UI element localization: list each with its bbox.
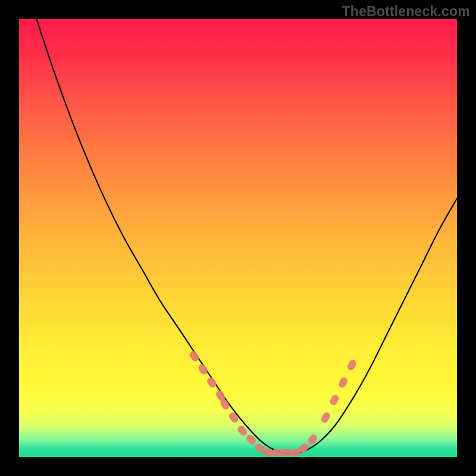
curve-marker xyxy=(320,411,331,424)
curve-marker xyxy=(228,411,240,424)
curve-marker xyxy=(188,350,200,363)
curve-marker xyxy=(337,376,349,389)
curve-marker xyxy=(197,363,209,376)
curve-marker xyxy=(346,359,358,371)
curve-marker xyxy=(206,376,218,389)
curve-marker xyxy=(329,394,340,406)
bottleneck-curve xyxy=(36,19,457,453)
curve-markers xyxy=(188,350,357,458)
chart-canvas xyxy=(19,19,457,457)
watermark-text: TheBottleneck.com xyxy=(342,4,470,20)
plot-svg xyxy=(19,19,457,457)
